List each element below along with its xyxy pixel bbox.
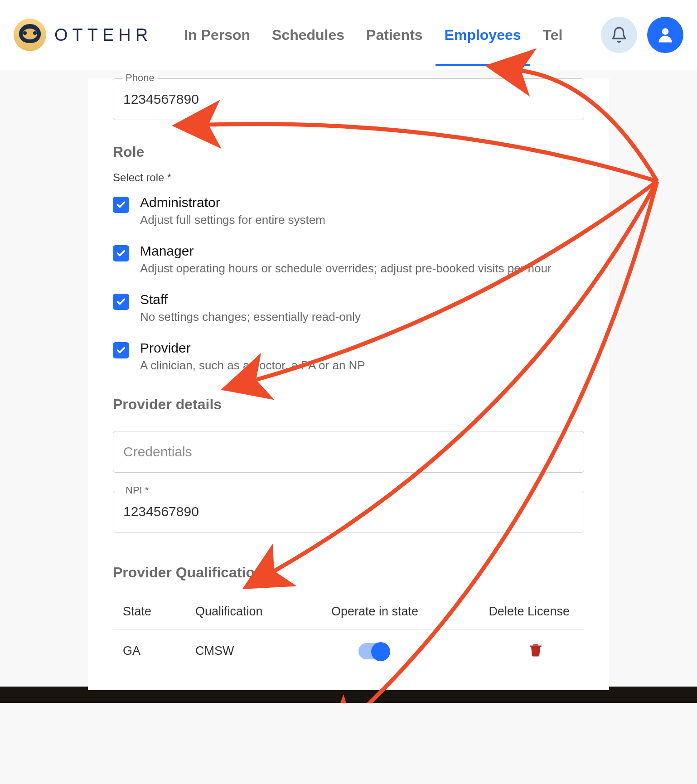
role-option-staff: Staff No settings changes; essentially r… <box>113 292 584 324</box>
qual-operate-cell <box>331 643 467 659</box>
col-delete: Delete License <box>467 605 574 619</box>
role-option-administrator: Administrator Adjust full settings for e… <box>113 195 584 227</box>
credentials-field-group <box>113 431 584 473</box>
employee-form-panel: Phone Role Select role * Administrator A… <box>88 78 609 690</box>
phone-input[interactable] <box>113 78 584 120</box>
qual-state: GA <box>123 644 195 658</box>
role-name: Provider <box>140 340 365 356</box>
nav-in-person[interactable]: In Person <box>184 4 250 66</box>
app-header: OTTEHR In Person Schedules Patients Empl… <box>0 0 697 70</box>
otter-logo-icon <box>14 19 46 51</box>
phone-label: Phone <box>123 72 157 84</box>
phone-field-group: Phone <box>113 78 584 120</box>
role-option-manager: Manager Adjust operating hours or schedu… <box>113 243 584 276</box>
brand-name: OTTEHR <box>54 25 152 45</box>
bell-icon <box>610 26 628 44</box>
provider-details-heading: Provider details <box>113 396 584 413</box>
header-actions <box>601 17 683 53</box>
role-checkbox-provider[interactable] <box>113 342 129 358</box>
check-icon <box>116 345 126 355</box>
role-checkbox-staff[interactable] <box>113 294 129 310</box>
svg-point-0 <box>662 28 669 35</box>
col-state: State <box>123 605 195 619</box>
credentials-input[interactable] <box>113 431 584 473</box>
check-icon <box>116 200 126 210</box>
role-desc: A clinician, such as a doctor, a PA or a… <box>140 358 365 373</box>
nav-schedules[interactable]: Schedules <box>272 4 344 66</box>
role-heading: Role <box>113 144 584 160</box>
check-icon <box>116 248 126 258</box>
role-name: Administrator <box>140 195 325 210</box>
role-desc: Adjust operating hours or schedule overr… <box>140 261 552 276</box>
role-options: Administrator Adjust full settings for e… <box>113 195 584 373</box>
role-name: Manager <box>140 243 552 259</box>
role-name: Staff <box>140 292 361 307</box>
nav-patients[interactable]: Patients <box>366 4 422 66</box>
trash-icon <box>528 641 543 658</box>
person-icon <box>655 25 675 45</box>
npi-field-group: NPI * <box>113 491 584 532</box>
operate-toggle[interactable] <box>358 643 388 659</box>
role-desc: No settings changes; essentially read-on… <box>140 310 361 324</box>
role-select-label: Select role * <box>113 171 584 184</box>
nav-employees[interactable]: Employees <box>445 4 521 66</box>
check-icon <box>116 297 126 307</box>
notifications-button[interactable] <box>601 17 637 53</box>
qualifications-heading: Provider Qualifications <box>113 564 584 581</box>
brand-logo: OTTEHR <box>14 19 152 51</box>
qualification-row: GA CMSW <box>113 630 584 672</box>
qualifications-table: State Qualification Operate in state Del… <box>113 594 584 672</box>
main-nav: In Person Schedules Patients Employees T… <box>184 4 595 66</box>
delete-license-button[interactable] <box>467 641 570 658</box>
col-qualification: Qualification <box>195 605 331 619</box>
role-checkbox-manager[interactable] <box>113 245 129 261</box>
role-checkbox-administrator[interactable] <box>113 197 129 213</box>
role-desc: Adjust full settings for entire system <box>140 213 325 227</box>
profile-button[interactable] <box>647 17 683 53</box>
col-operate: Operate in state <box>331 605 467 619</box>
qualifications-header-row: State Qualification Operate in state Del… <box>113 594 584 630</box>
qual-qualification: CMSW <box>195 644 331 658</box>
npi-label: NPI * <box>123 484 151 496</box>
nav-tel[interactable]: Tel <box>543 4 563 66</box>
npi-input[interactable] <box>113 491 584 532</box>
qual-delete-cell <box>467 641 574 661</box>
role-option-provider: Provider A clinician, such as a doctor, … <box>113 340 584 373</box>
